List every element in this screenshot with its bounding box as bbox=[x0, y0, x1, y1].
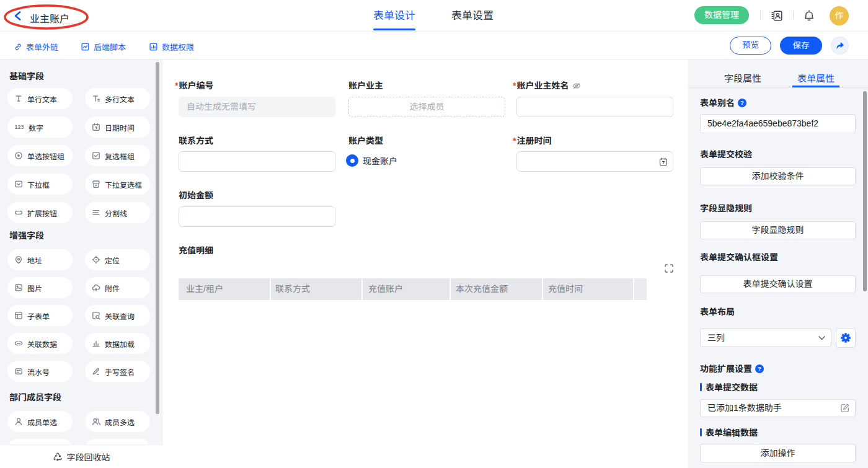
svg-text:?: ? bbox=[758, 365, 761, 372]
svg-text:?: ? bbox=[740, 99, 744, 106]
